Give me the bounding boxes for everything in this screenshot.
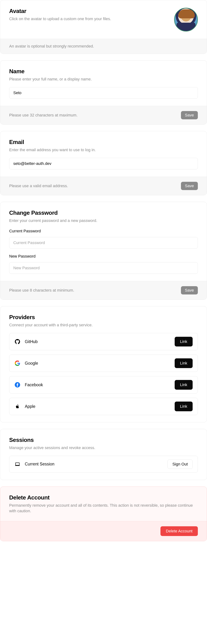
name-desc: Please enter your full name, or a displa…: [9, 76, 198, 82]
avatar-card: Avatar Click on the avatar to upload a c…: [0, 0, 207, 54]
provider-row-google: Google Link: [9, 354, 198, 372]
providers-title: Providers: [9, 314, 198, 320]
provider-name: Apple: [25, 404, 35, 409]
laptop-icon: [14, 461, 20, 467]
email-title: Email: [9, 139, 198, 146]
provider-row-github: GitHub Link: [9, 333, 198, 350]
password-footer-note: Please use 8 characters at minimum.: [9, 288, 74, 293]
avatar-footer-note: An avatar is optional but strongly recom…: [9, 44, 94, 48]
session-name: Current Session: [25, 462, 54, 466]
link-google-button[interactable]: Link: [175, 358, 193, 368]
session-row: Current Session Sign Out: [9, 456, 198, 473]
name-input[interactable]: [9, 87, 198, 99]
providers-desc: Connect your account with a third-party …: [9, 322, 198, 328]
apple-icon: [14, 403, 20, 410]
svg-rect-1: [16, 463, 19, 465]
sign-out-button[interactable]: Sign Out: [168, 460, 193, 469]
email-save-button[interactable]: Save: [181, 182, 198, 190]
current-password-label: Current Password: [9, 229, 198, 234]
avatar-image[interactable]: [174, 8, 198, 32]
sessions-title: Sessions: [9, 437, 198, 443]
name-title: Name: [9, 68, 198, 75]
email-desc: Enter the email address you want to use …: [9, 147, 198, 153]
google-icon: [14, 360, 20, 366]
delete-title: Delete Account: [9, 494, 198, 501]
new-password-input[interactable]: [9, 262, 198, 274]
password-card: Change Password Enter your current passw…: [0, 202, 207, 300]
current-password-input[interactable]: [9, 237, 198, 248]
new-password-label: New Password: [9, 254, 198, 259]
password-save-button[interactable]: Save: [181, 286, 198, 294]
avatar-title: Avatar: [9, 8, 174, 14]
name-save-button[interactable]: Save: [181, 111, 198, 119]
github-icon: [14, 338, 20, 345]
password-desc: Enter your current password and a new pa…: [9, 218, 198, 224]
email-footer-note: Please use a valid email address.: [9, 184, 68, 188]
link-apple-button[interactable]: Link: [175, 402, 193, 411]
provider-name: Facebook: [25, 382, 43, 387]
provider-name: Google: [25, 361, 38, 366]
avatar-desc: Click on the avatar to upload a custom o…: [9, 16, 174, 22]
facebook-icon: [14, 382, 20, 388]
link-facebook-button[interactable]: Link: [175, 380, 193, 390]
email-input[interactable]: [9, 158, 198, 169]
sessions-desc: Manage your active sessions and revoke a…: [9, 445, 198, 451]
sessions-card: Sessions Manage your active sessions and…: [0, 429, 207, 480]
link-github-button[interactable]: Link: [175, 337, 193, 346]
password-title: Change Password: [9, 210, 198, 216]
delete-desc: Permanently remove your account and all …: [9, 503, 198, 514]
providers-card: Providers Connect your account with a th…: [0, 306, 207, 422]
provider-row-facebook: Facebook Link: [9, 376, 198, 394]
provider-name: GitHub: [25, 339, 38, 344]
name-footer-note: Please use 32 characters at maximum.: [9, 113, 77, 118]
provider-row-apple: Apple Link: [9, 398, 198, 415]
name-card: Name Please enter your full name, or a d…: [0, 60, 207, 124]
delete-account-card: Delete Account Permanently remove your a…: [0, 486, 207, 541]
email-card: Email Enter the email address you want t…: [0, 131, 207, 195]
delete-account-button[interactable]: Delete Account: [161, 526, 198, 536]
